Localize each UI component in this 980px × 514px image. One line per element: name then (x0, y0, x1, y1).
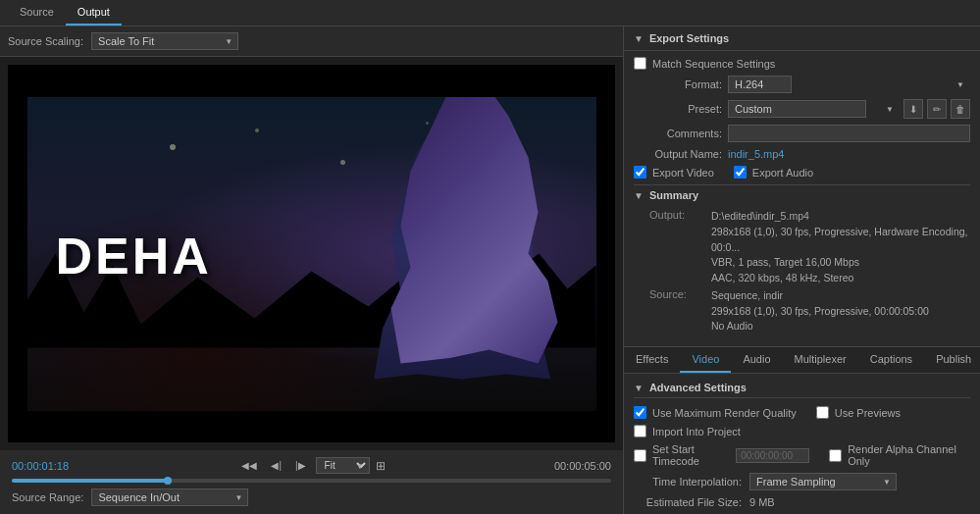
tab-multiplexer[interactable]: Multiplexer (783, 347, 858, 373)
export-settings-header: ▼ Export Settings (624, 26, 980, 51)
preset-row: Preset: Custom Match Source High Quality… (634, 99, 970, 119)
summary-source-key: Source: (649, 288, 703, 334)
render-alpha-label: Render Alpha Channel Only (848, 443, 970, 467)
top-tabs: Source Output (0, 0, 980, 26)
preset-icons: ⬇ ✏ 🗑 (903, 99, 970, 119)
tab-video[interactable]: Video (680, 347, 731, 373)
render-alpha-item: Render Alpha Channel Only (829, 443, 970, 467)
format-select[interactable]: H.264 H.265 ProRes (728, 76, 792, 93)
output-name-row: Output Name: indir_5.mp4 (634, 148, 970, 160)
fit-select[interactable]: Fit 25% 50% 100% (316, 457, 370, 474)
fit-select-wrapper: Fit 25% 50% 100% (316, 457, 370, 474)
preset-select-wrapper: Custom Match Source High Quality 1080p H… (728, 100, 900, 118)
output-name-link[interactable]: indir_5.mp4 (728, 148, 784, 160)
export-audio-label: Export Audio (752, 167, 813, 179)
export-checkboxes: Export Video Export Audio (634, 166, 970, 179)
main-area: Source Scaling: Scale To Fit Scale To Fi… (0, 26, 980, 514)
summary-output-row: Output: D:\edited\indir_5.mp4 298x168 (1… (649, 209, 970, 286)
timecode-input[interactable] (736, 448, 809, 463)
source-range-label: Source Range: (12, 491, 83, 503)
tab-source[interactable]: Source (8, 0, 66, 26)
use-previews-label: Use Previews (835, 407, 901, 419)
comments-row: Comments: (634, 125, 970, 142)
use-previews-checkbox[interactable] (816, 406, 829, 419)
use-previews-item: Use Previews (816, 406, 901, 419)
format-row: Format: H.264 H.265 ProRes (634, 76, 970, 93)
match-sequence-label: Match Sequence Settings (652, 58, 775, 70)
save-preset-button[interactable]: ⬇ (903, 99, 923, 119)
tab-effects[interactable]: Effects (624, 347, 680, 373)
summary-source-row: Source: Sequence, indir 299x168 (1,0), 3… (649, 288, 970, 334)
tab-audio[interactable]: Audio (731, 347, 782, 373)
tab-publish[interactable]: Publish (924, 347, 980, 373)
time-interpolation-row: Time Interpolation: Frame Sampling Frame… (634, 473, 970, 490)
progress-track[interactable] (12, 479, 611, 483)
step-back-button[interactable]: ◀| (267, 458, 285, 473)
match-sequence-row: Match Sequence Settings (634, 57, 970, 70)
comments-input[interactable] (728, 125, 970, 142)
source-range-select[interactable]: Sequence In/Out Work Area Entire Sequenc… (91, 488, 248, 506)
summary-source-val: Sequence, indir 299x168 (1,0), 30 fps, P… (711, 288, 970, 334)
summary-output-val: D:\edited\indir_5.mp4 298x168 (1,0), 30 … (711, 209, 970, 286)
output-name-label: Output Name: (634, 148, 722, 160)
particle (426, 122, 429, 125)
particle (170, 144, 176, 150)
progress-fill (12, 479, 168, 483)
video-tab-content: ▼ Advanced Settings Use Maximum Render Q… (624, 374, 980, 514)
settings-body: Match Sequence Settings Format: H.264 H.… (624, 51, 980, 346)
export-audio-checkbox[interactable] (734, 166, 747, 179)
total-time: 00:00:05:00 (554, 460, 611, 472)
summary-section: ▼ Summary Output: D:\edited\indir_5.mp4 … (634, 184, 970, 340)
playback-buttons: ◀◀ ◀| |▶ Fit 25% 50% 100% ⊞ (237, 457, 385, 474)
tab-output[interactable]: Output (66, 0, 122, 26)
time-display: 00:00:01:18 ◀◀ ◀| |▶ Fit 25% 50% 100% ⊞ (8, 454, 615, 477)
max-render-checkbox[interactable] (634, 406, 646, 419)
file-size-value: 9 MB (749, 496, 775, 508)
summary-title: Summary (649, 189, 698, 201)
preset-select[interactable]: Custom Match Source High Quality 1080p H… (728, 100, 866, 118)
file-size-label: Estimated File Size: (634, 496, 742, 508)
file-size-row: Estimated File Size: 9 MB (634, 496, 970, 508)
max-render-label: Use Maximum Render Quality (652, 407, 797, 419)
right-panel: ▼ Export Settings Match Sequence Setting… (623, 26, 980, 514)
video-background: DEHA (27, 97, 596, 411)
time-interpolation-select[interactable]: Frame Sampling Frame Blending Optical Fl… (749, 473, 897, 490)
render-alpha-checkbox[interactable] (829, 449, 842, 462)
preset-controls: Custom Match Source High Quality 1080p H… (728, 99, 970, 119)
start-timecode-checkbox[interactable] (634, 449, 646, 462)
step-fwd-button[interactable]: |▶ (291, 458, 310, 473)
current-time: 00:00:01:18 (12, 460, 69, 472)
scaling-select[interactable]: Scale To Fit Scale To Fill Stretch To Fi… (91, 32, 238, 50)
fullscreen-button[interactable]: ⊞ (376, 459, 386, 473)
settings-tabs-row: Effects Video Audio Multiplexer Captions… (624, 346, 980, 374)
rewind-button[interactable]: ◀◀ (237, 458, 261, 473)
particle (255, 128, 259, 132)
export-audio-item: Export Audio (734, 166, 813, 179)
advanced-settings-toggle[interactable]: ▼ (634, 383, 644, 393)
delete-preset-button[interactable]: 🗑 (951, 99, 970, 119)
import-project-checkbox[interactable] (634, 425, 646, 437)
time-interpolation-select-wrapper: Frame Sampling Frame Blending Optical Fl… (749, 473, 897, 490)
tab-captions[interactable]: Captions (858, 347, 924, 373)
progress-thumb[interactable] (164, 477, 172, 485)
match-sequence-checkbox[interactable] (634, 57, 646, 70)
source-scaling-label: Source Scaling: (8, 35, 83, 47)
max-render-item: Use Maximum Render Quality (634, 406, 797, 419)
summary-toggle[interactable]: ▼ (634, 190, 644, 201)
source-range-bar: Source Range: Sequence In/Out Work Area … (8, 485, 615, 510)
summary-content: Output: D:\edited\indir_5.mp4 298x168 (1… (634, 205, 970, 340)
summary-output-key: Output: (649, 209, 703, 286)
rename-preset-button[interactable]: ✏ (927, 99, 947, 119)
export-settings-toggle[interactable]: ▼ (634, 33, 644, 44)
export-video-item: Export Video (634, 166, 714, 179)
video-preview: DEHA (8, 65, 615, 442)
left-panel: Source Scaling: Scale To Fit Scale To Fi… (0, 26, 623, 514)
video-text-deha: DEHA (56, 227, 212, 285)
export-video-checkbox[interactable] (634, 166, 646, 179)
progress-container (8, 477, 615, 485)
format-select-wrapper: H.264 H.265 ProRes (728, 76, 970, 93)
advanced-settings-header[interactable]: ▼ Advanced Settings (634, 382, 970, 398)
video-controls: 00:00:01:18 ◀◀ ◀| |▶ Fit 25% 50% 100% ⊞ (0, 450, 623, 514)
export-settings-title: Export Settings (649, 32, 729, 44)
summary-header[interactable]: ▼ Summary (634, 185, 970, 205)
